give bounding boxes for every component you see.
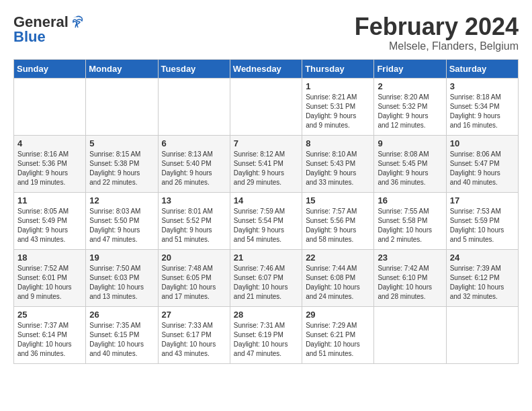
day-info: Sunrise: 8:08 AM Sunset: 5:45 PM Dayligh… (378, 150, 442, 187)
day-number: 21 (234, 253, 298, 263)
day-header-tuesday: Tuesday (158, 59, 230, 78)
calendar-week-row: 11Sunrise: 8:05 AM Sunset: 5:49 PM Dayli… (14, 192, 519, 249)
day-info: Sunrise: 7:53 AM Sunset: 5:59 PM Dayligh… (450, 207, 515, 244)
calendar-cell: 15Sunrise: 7:57 AM Sunset: 5:56 PM Dayli… (302, 192, 374, 249)
day-number: 9 (378, 138, 442, 148)
day-header-sunday: Sunday (14, 59, 86, 78)
day-number: 24 (450, 253, 515, 263)
day-number: 4 (17, 138, 82, 148)
calendar-week-row: 25Sunrise: 7:37 AM Sunset: 6:14 PM Dayli… (14, 306, 519, 363)
day-info: Sunrise: 7:39 AM Sunset: 6:12 PM Dayligh… (450, 264, 515, 302)
calendar-body: 1Sunrise: 8:21 AM Sunset: 5:31 PM Daylig… (14, 78, 519, 363)
calendar-cell: 19Sunrise: 7:50 AM Sunset: 6:03 PM Dayli… (86, 249, 158, 306)
day-info: Sunrise: 7:46 AM Sunset: 6:07 PM Dayligh… (234, 264, 298, 302)
calendar-cell: 26Sunrise: 7:35 AM Sunset: 6:15 PM Dayli… (86, 306, 158, 363)
day-info: Sunrise: 8:16 AM Sunset: 5:36 PM Dayligh… (17, 150, 82, 187)
day-number: 10 (450, 138, 515, 148)
day-number: 15 (306, 195, 370, 205)
day-number: 7 (234, 138, 298, 148)
day-header-friday: Friday (374, 59, 446, 78)
calendar-cell: 7Sunrise: 8:12 AM Sunset: 5:41 PM Daylig… (230, 135, 302, 192)
calendar-cell: 4Sunrise: 8:16 AM Sunset: 5:36 PM Daylig… (14, 135, 86, 192)
calendar-cell: 1Sunrise: 8:21 AM Sunset: 5:31 PM Daylig… (302, 78, 374, 135)
day-info: Sunrise: 7:57 AM Sunset: 5:56 PM Dayligh… (306, 207, 370, 244)
day-number: 17 (450, 195, 515, 205)
day-number: 26 (89, 310, 154, 320)
logo: General Blue (13, 13, 85, 46)
calendar-week-row: 18Sunrise: 7:52 AM Sunset: 6:01 PM Dayli… (14, 249, 519, 306)
day-info: Sunrise: 7:44 AM Sunset: 6:08 PM Dayligh… (306, 264, 370, 302)
day-number: 1 (306, 81, 370, 91)
day-number: 6 (162, 138, 226, 148)
day-number: 28 (234, 310, 298, 320)
calendar-header-row: SundayMondayTuesdayWednesdayThursdayFrid… (14, 59, 519, 78)
day-info: Sunrise: 8:20 AM Sunset: 5:32 PM Dayligh… (378, 93, 442, 130)
day-info: Sunrise: 7:42 AM Sunset: 6:10 PM Dayligh… (378, 264, 442, 302)
calendar-cell (230, 78, 302, 135)
day-info: Sunrise: 8:03 AM Sunset: 5:50 PM Dayligh… (89, 207, 154, 244)
location-subtitle: Melsele, Flanders, Belgium (355, 40, 519, 52)
calendar-cell: 28Sunrise: 7:31 AM Sunset: 6:19 PM Dayli… (230, 306, 302, 363)
day-info: Sunrise: 8:18 AM Sunset: 5:34 PM Dayligh… (450, 93, 515, 130)
day-info: Sunrise: 8:13 AM Sunset: 5:40 PM Dayligh… (162, 150, 226, 187)
calendar-cell: 14Sunrise: 7:59 AM Sunset: 5:54 PM Dayli… (230, 192, 302, 249)
calendar-cell: 12Sunrise: 8:03 AM Sunset: 5:50 PM Dayli… (86, 192, 158, 249)
day-info: Sunrise: 7:35 AM Sunset: 6:15 PM Dayligh… (89, 321, 154, 359)
day-number: 18 (17, 253, 82, 263)
calendar-week-row: 1Sunrise: 8:21 AM Sunset: 5:31 PM Daylig… (14, 78, 519, 135)
day-number: 3 (450, 81, 515, 91)
day-info: Sunrise: 7:50 AM Sunset: 6:03 PM Dayligh… (89, 264, 154, 302)
calendar-cell (14, 78, 86, 135)
calendar-cell: 13Sunrise: 8:01 AM Sunset: 5:52 PM Dayli… (158, 192, 230, 249)
calendar-cell: 9Sunrise: 8:08 AM Sunset: 5:45 PM Daylig… (374, 135, 446, 192)
calendar-week-row: 4Sunrise: 8:16 AM Sunset: 5:36 PM Daylig… (14, 135, 519, 192)
day-info: Sunrise: 7:33 AM Sunset: 6:17 PM Dayligh… (162, 321, 226, 359)
day-header-thursday: Thursday (302, 59, 374, 78)
calendar-cell: 20Sunrise: 7:48 AM Sunset: 6:05 PM Dayli… (158, 249, 230, 306)
calendar-cell: 8Sunrise: 8:10 AM Sunset: 5:43 PM Daylig… (302, 135, 374, 192)
day-info: Sunrise: 7:31 AM Sunset: 6:19 PM Dayligh… (234, 321, 298, 359)
title-block: February 2024 Melsele, Flanders, Belgium (355, 13, 519, 52)
day-number: 5 (89, 138, 154, 148)
day-info: Sunrise: 8:12 AM Sunset: 5:41 PM Dayligh… (234, 150, 298, 187)
day-number: 23 (378, 253, 442, 263)
calendar-cell: 22Sunrise: 7:44 AM Sunset: 6:08 PM Dayli… (302, 249, 374, 306)
day-info: Sunrise: 8:10 AM Sunset: 5:43 PM Dayligh… (306, 150, 370, 187)
calendar-cell: 24Sunrise: 7:39 AM Sunset: 6:12 PM Dayli… (446, 249, 518, 306)
day-number: 8 (306, 138, 370, 148)
calendar-cell: 16Sunrise: 7:55 AM Sunset: 5:58 PM Dayli… (374, 192, 446, 249)
calendar-cell: 11Sunrise: 8:05 AM Sunset: 5:49 PM Dayli… (14, 192, 86, 249)
day-info: Sunrise: 8:01 AM Sunset: 5:52 PM Dayligh… (162, 207, 226, 244)
day-number: 12 (89, 195, 154, 205)
day-info: Sunrise: 8:05 AM Sunset: 5:49 PM Dayligh… (17, 207, 82, 244)
day-info: Sunrise: 8:21 AM Sunset: 5:31 PM Dayligh… (306, 93, 370, 130)
day-info: Sunrise: 7:37 AM Sunset: 6:14 PM Dayligh… (17, 321, 82, 359)
day-info: Sunrise: 7:52 AM Sunset: 6:01 PM Dayligh… (17, 264, 82, 302)
day-number: 20 (162, 253, 226, 263)
calendar-table: SundayMondayTuesdayWednesdayThursdayFrid… (13, 59, 519, 364)
calendar-cell: 25Sunrise: 7:37 AM Sunset: 6:14 PM Dayli… (14, 306, 86, 363)
day-info: Sunrise: 7:29 AM Sunset: 6:21 PM Dayligh… (306, 321, 370, 359)
day-header-monday: Monday (86, 59, 158, 78)
calendar-cell: 23Sunrise: 7:42 AM Sunset: 6:10 PM Dayli… (374, 249, 446, 306)
calendar-cell: 2Sunrise: 8:20 AM Sunset: 5:32 PM Daylig… (374, 78, 446, 135)
calendar-cell: 10Sunrise: 8:06 AM Sunset: 5:47 PM Dayli… (446, 135, 518, 192)
day-info: Sunrise: 8:06 AM Sunset: 5:47 PM Dayligh… (450, 150, 515, 187)
logo-blue-text: Blue (13, 28, 46, 46)
calendar-cell: 18Sunrise: 7:52 AM Sunset: 6:01 PM Dayli… (14, 249, 86, 306)
calendar-cell: 21Sunrise: 7:46 AM Sunset: 6:07 PM Dayli… (230, 249, 302, 306)
day-header-wednesday: Wednesday (230, 59, 302, 78)
calendar-cell (374, 306, 446, 363)
calendar-cell: 17Sunrise: 7:53 AM Sunset: 5:59 PM Dayli… (446, 192, 518, 249)
calendar-cell (158, 78, 230, 135)
calendar-cell (446, 306, 518, 363)
day-info: Sunrise: 7:59 AM Sunset: 5:54 PM Dayligh… (234, 207, 298, 244)
calendar-cell: 5Sunrise: 8:15 AM Sunset: 5:38 PM Daylig… (86, 135, 158, 192)
day-number: 16 (378, 195, 442, 205)
day-number: 27 (162, 310, 226, 320)
day-number: 2 (378, 81, 442, 91)
calendar-cell: 3Sunrise: 8:18 AM Sunset: 5:34 PM Daylig… (446, 78, 518, 135)
day-header-saturday: Saturday (446, 59, 518, 78)
calendar-cell: 6Sunrise: 8:13 AM Sunset: 5:40 PM Daylig… (158, 135, 230, 192)
day-number: 25 (17, 310, 82, 320)
